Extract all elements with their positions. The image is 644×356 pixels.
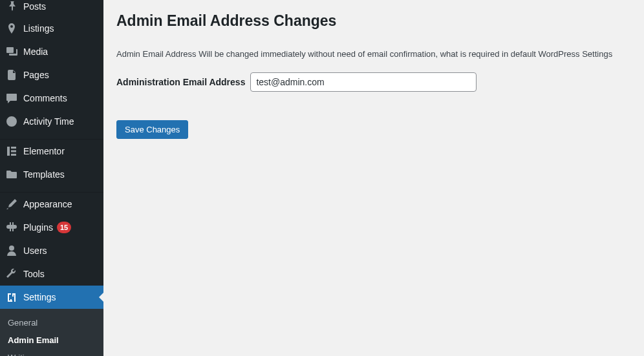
- sidebar-item-label: Templates: [23, 169, 65, 180]
- sidebar-item-label: Elementor: [23, 146, 65, 156]
- location-icon: [5, 22, 18, 35]
- comments-icon: [5, 92, 18, 105]
- submenu-item-admin-email[interactable]: Admin Email: [0, 331, 103, 349]
- sidebar-item-settings[interactable]: Settings: [0, 286, 103, 309]
- sidebar-item-comments[interactable]: Comments: [0, 87, 103, 110]
- submenu-item-general[interactable]: General: [0, 314, 103, 331]
- pin-icon: [5, 0, 18, 13]
- svg-rect-3: [11, 154, 16, 156]
- admin-email-input[interactable]: [250, 72, 477, 92]
- sidebar-item-templates[interactable]: Templates: [0, 163, 103, 186]
- plugins-update-badge: 15: [57, 222, 71, 233]
- user-icon: [5, 244, 18, 257]
- svg-rect-2: [11, 151, 16, 152]
- sidebar-item-label: Users: [23, 246, 47, 256]
- settings-submenu: General Admin Email Writing: [0, 309, 103, 356]
- sidebar-item-label: Activity Time: [23, 116, 74, 127]
- sidebar-item-label: Tools: [23, 269, 45, 279]
- clock-icon: [5, 115, 18, 128]
- plugin-icon: [5, 221, 18, 234]
- sidebar-item-tools[interactable]: Tools: [0, 262, 103, 286]
- sidebar-item-activity-time[interactable]: Activity Time: [0, 110, 103, 133]
- wrench-icon: [5, 267, 18, 280]
- sidebar-item-label: Appearance: [23, 199, 72, 209]
- submenu-item-writing[interactable]: Writing: [0, 349, 103, 356]
- pages-icon: [5, 68, 18, 81]
- sidebar-item-plugins[interactable]: Plugins 15: [0, 216, 103, 239]
- sidebar-item-users[interactable]: Users: [0, 239, 103, 262]
- sidebar-item-pages[interactable]: Pages: [0, 63, 103, 87]
- svg-rect-1: [11, 147, 16, 149]
- sidebar-item-listings[interactable]: Listings: [0, 17, 103, 40]
- folder-icon: [5, 168, 18, 181]
- sidebar-item-label: Pages: [23, 70, 49, 80]
- sidebar-item-label: Media: [23, 47, 48, 57]
- brush-icon: [5, 198, 18, 211]
- sidebar-item-label: Comments: [23, 93, 67, 103]
- sidebar-item-label: Settings: [23, 292, 56, 302]
- email-field-label: Administration Email Address: [116, 77, 245, 87]
- sidebar-item-elementor[interactable]: Elementor: [0, 140, 103, 163]
- sidebar-item-label: Posts: [23, 1, 46, 12]
- main-content: Admin Email Address Changes Admin Email …: [103, 0, 644, 356]
- page-description: Admin Email Address Will be changed imme…: [116, 48, 631, 61]
- admin-sidebar: Posts Listings Media Pages Comments Acti…: [0, 0, 103, 356]
- elementor-icon: [5, 145, 18, 158]
- sidebar-item-appearance[interactable]: Appearance: [0, 193, 103, 216]
- settings-icon: [5, 291, 18, 304]
- save-changes-button[interactable]: Save Changes: [116, 120, 188, 139]
- sidebar-item-label: Plugins: [23, 222, 53, 233]
- svg-rect-0: [7, 147, 10, 156]
- sidebar-item-posts[interactable]: Posts: [0, 0, 103, 17]
- sidebar-item-label: Listings: [23, 23, 54, 34]
- sidebar-item-media[interactable]: Media: [0, 40, 103, 63]
- page-title: Admin Email Address Changes: [116, 6, 631, 32]
- media-icon: [5, 45, 18, 58]
- email-field-row: Administration Email Address: [116, 72, 631, 92]
